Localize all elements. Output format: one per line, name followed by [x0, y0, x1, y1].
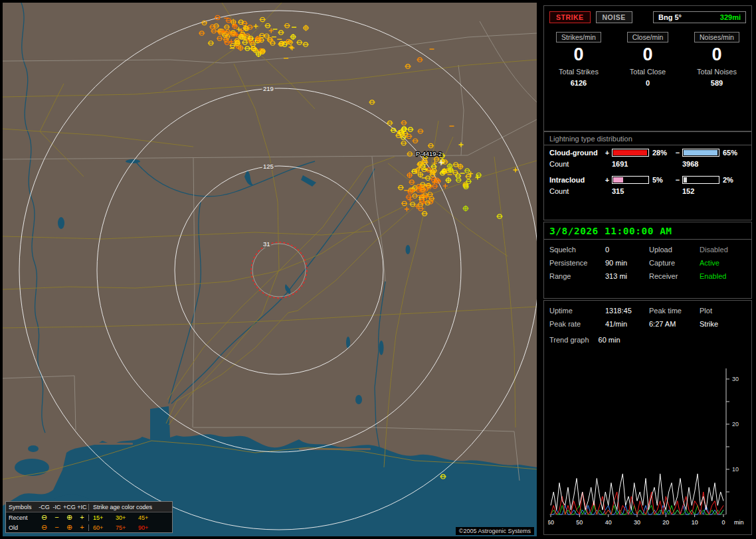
- total-close-value: 0: [613, 79, 682, 87]
- trend-graph: 1020306050403020100min: [548, 360, 754, 532]
- capture-status: Active: [700, 259, 746, 267]
- cg-plus-count: 1691: [612, 160, 649, 168]
- ic-plus-icon: +: [76, 514, 88, 521]
- persistence-value: 90 min: [605, 259, 649, 267]
- svg-text:min: min: [734, 519, 744, 526]
- strike-mode-button[interactable]: STRIKE: [549, 11, 591, 23]
- cg-minus-icon: ⊖: [38, 514, 50, 521]
- svg-text:50: 50: [576, 519, 583, 526]
- plot-value: Strike: [700, 320, 746, 328]
- ic-minus-icon: −: [50, 524, 63, 531]
- ic-minus-percent: 2%: [721, 176, 743, 184]
- count-label: Count: [549, 187, 603, 195]
- cg-minus-bar: [682, 149, 719, 157]
- cloud-ground-row: Cloud-ground + 28% − 65%: [544, 145, 751, 157]
- total-strikes-label: Total Strikes: [544, 68, 613, 76]
- plus-sign: +: [604, 176, 611, 184]
- cg-minus-count: 3968: [682, 160, 719, 168]
- svg-text:40: 40: [605, 519, 612, 526]
- side-panel: STRIKE NOISE Bng 5° 329mi Strikes/min Cl…: [539, 0, 756, 539]
- receiver-label: Receiver: [649, 272, 700, 280]
- strikes-per-min-value: 0: [544, 44, 613, 64]
- plus-sign: +: [604, 149, 611, 157]
- cg-plus-icon: ⊕: [63, 524, 76, 531]
- total-close-label: Total Close: [613, 68, 682, 76]
- cg-minus-percent: 65%: [721, 149, 743, 157]
- legend-age-title: Strike age color codes: [88, 504, 169, 510]
- receiver-status: Enabled: [700, 272, 746, 280]
- legend-row-recent: Recent ⊖ − ⊕ + 15+ 30+ 45+: [6, 512, 172, 522]
- peak-rate-value: 41/min: [605, 320, 649, 328]
- datetime-display: 3/8/2026 11:00:00 AM: [544, 222, 751, 240]
- range-value: 313 mi: [605, 272, 649, 280]
- ic-plus-percent: 5%: [650, 176, 673, 184]
- squelch-label: Squelch: [549, 246, 605, 254]
- legend-symbols-title: Symbols: [9, 504, 38, 510]
- plot-label: Plot: [700, 307, 746, 315]
- legend-old-label: Old: [9, 524, 38, 531]
- legend-recent-label: Recent: [9, 514, 38, 521]
- count-label: Count: [549, 160, 603, 168]
- ic-plus-count: 315: [612, 187, 649, 195]
- intracloud-count-row: Count 315 152: [544, 184, 751, 195]
- peak-time-label: Peak time: [649, 307, 700, 315]
- age-code-45: 45+: [138, 514, 161, 521]
- stats-panel: Uptime 1318:45 Peak time Plot Peak rate …: [543, 300, 752, 535]
- legend-col-ic-pos: +IC: [76, 504, 88, 510]
- svg-text:20: 20: [662, 519, 669, 526]
- cg-plus-bar: [612, 149, 649, 157]
- intracloud-row: Intracloud + 5% − 2%: [544, 173, 751, 184]
- svg-text:10: 10: [692, 519, 698, 526]
- strikes-per-min-header[interactable]: Strikes/min: [556, 32, 601, 42]
- distribution-panel: Lightning type distribution Cloud-ground…: [543, 131, 752, 220]
- map-canvas: 31125219P-4419-2: [3, 3, 537, 536]
- trend-graph-window: 60 min: [599, 336, 620, 344]
- legend-col-cg-neg: -CG: [38, 504, 50, 510]
- ic-plus-bar: [612, 176, 649, 184]
- distribution-title: Lightning type distribution: [544, 132, 751, 145]
- cg-plus-percent: 28%: [650, 149, 673, 157]
- ic-minus-bar: [682, 176, 719, 184]
- svg-text:60: 60: [548, 519, 554, 526]
- trend-graph-label: Trend graph: [549, 336, 589, 344]
- total-noises-value: 589: [682, 79, 751, 87]
- age-code-60: 60+: [93, 524, 116, 531]
- total-strikes-value: 6126: [544, 79, 613, 87]
- upload-status: Disabled: [700, 246, 746, 254]
- close-per-min-value: 0: [613, 44, 682, 64]
- ic-minus-icon: −: [50, 514, 63, 521]
- age-code-30: 30+: [116, 514, 138, 521]
- age-code-75: 75+: [116, 524, 138, 531]
- total-noises-label: Total Noises: [682, 68, 751, 76]
- legend-col-ic-neg: -IC: [50, 504, 63, 510]
- svg-text:0: 0: [721, 519, 725, 526]
- bearing-range-display: Bng 5° 329mi: [653, 11, 746, 23]
- uptime-label: Uptime: [549, 307, 605, 315]
- legend-header-row: Symbols -CG -IC +CG +IC Strike age color…: [6, 502, 172, 512]
- range-value: 329mi: [720, 13, 741, 21]
- noises-per-min-header[interactable]: Noises/min: [694, 32, 739, 42]
- svg-text:219: 219: [263, 85, 274, 92]
- noises-per-min-value: 0: [682, 44, 751, 64]
- ic-minus-count: 152: [682, 187, 719, 195]
- capture-label: Capture: [649, 259, 700, 267]
- age-code-90: 90+: [138, 524, 161, 531]
- map-view[interactable]: 31125219P-4419-2 Symbols -CG -IC +CG +IC…: [3, 3, 537, 536]
- intracloud-label: Intracloud: [549, 176, 603, 184]
- strike-legend: Symbols -CG -IC +CG +IC Strike age color…: [5, 501, 173, 533]
- svg-text:10: 10: [732, 466, 739, 473]
- cloud-ground-count-row: Count 1691 3968: [544, 157, 751, 168]
- persistence-label: Persistence: [549, 259, 605, 267]
- squelch-value: 0: [605, 246, 649, 254]
- close-per-min-header[interactable]: Close/min: [627, 32, 669, 42]
- app-window: 31125219P-4419-2 Symbols -CG -IC +CG +IC…: [0, 0, 756, 539]
- noise-mode-button[interactable]: NOISE: [596, 11, 632, 23]
- svg-text:30: 30: [634, 519, 640, 526]
- svg-text:31: 31: [263, 240, 270, 248]
- upload-label: Upload: [649, 246, 700, 254]
- uptime-value: 1318:45: [605, 307, 649, 315]
- svg-text:P-4419-2: P-4419-2: [416, 150, 442, 157]
- age-code-15: 15+: [93, 514, 116, 521]
- svg-text:125: 125: [263, 163, 274, 170]
- legend-col-cg-pos: +CG: [63, 504, 76, 510]
